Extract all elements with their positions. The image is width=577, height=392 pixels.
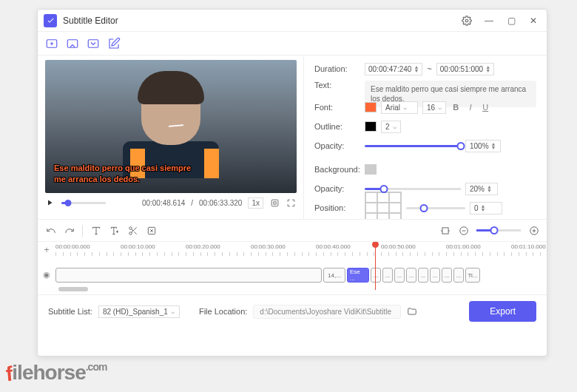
timeline-clip[interactable]: ... xyxy=(371,268,381,283)
visibility-icon[interactable]: ◉ xyxy=(43,270,50,280)
export-button[interactable]: Export xyxy=(469,301,536,322)
ruler-label: 00:00:10.000 xyxy=(121,243,155,250)
timeline-clip[interactable]: Ti... xyxy=(465,268,480,283)
font-color-swatch[interactable] xyxy=(365,102,377,112)
cut-icon[interactable] xyxy=(127,225,138,236)
timeline-clip[interactable]: ... xyxy=(406,268,416,283)
background-color-swatch[interactable] xyxy=(365,164,377,175)
minimize-button[interactable]: — xyxy=(482,13,496,28)
svg-point-6 xyxy=(129,226,132,229)
ruler-label: 00:00:40.000 xyxy=(316,243,351,250)
font-label: Font: xyxy=(314,103,360,112)
watermark: filehorse.com xyxy=(6,361,107,385)
toolbar xyxy=(38,32,547,55)
timeline-clip[interactable]: Ese ... xyxy=(347,268,369,283)
position-label: Position: xyxy=(314,203,360,212)
opacity-slider[interactable] xyxy=(365,145,461,147)
redo-icon[interactable] xyxy=(64,225,75,236)
italic-button[interactable]: I xyxy=(465,103,476,112)
file-location-label: File Location: xyxy=(199,307,247,316)
edit-icon[interactable] xyxy=(107,37,121,50)
ruler-label: 00:01:00.000 xyxy=(446,243,481,250)
import-video-icon[interactable] xyxy=(45,37,58,50)
timeline-clip[interactable]: ... xyxy=(442,268,452,283)
play-button[interactable] xyxy=(45,198,55,209)
duration-start-input[interactable]: 00:00:47:240▲▼ xyxy=(365,63,422,75)
undo-icon[interactable] xyxy=(45,225,56,236)
footer: Subtitle List: 82 (HD)_Spanish_1 File Lo… xyxy=(38,295,547,328)
close-button[interactable]: ✕ xyxy=(526,13,541,28)
background-label: Background: xyxy=(314,165,360,174)
opacity-input[interactable]: 100%▲▼ xyxy=(465,140,501,152)
add-plus-icon[interactable] xyxy=(109,225,120,236)
ruler-label: 00:00:30.000 xyxy=(251,243,286,250)
opacity-label: Opacity: xyxy=(314,141,360,150)
outline-color-swatch[interactable] xyxy=(365,121,377,132)
export-subtitle-icon[interactable] xyxy=(87,37,100,50)
app-icon xyxy=(44,14,57,27)
add-text-icon[interactable] xyxy=(90,225,101,236)
svg-rect-4 xyxy=(271,200,278,206)
playback-bar: 00:00:48.614 / 00:06:33.320 1x xyxy=(45,197,296,209)
horizontal-scrollbar[interactable] xyxy=(58,287,88,291)
zoom-in-icon[interactable] xyxy=(528,225,539,236)
timeline-body[interactable]: 00:00:00.00000:00:10.00000:00:20.00000:0… xyxy=(55,242,547,294)
timeline-clip[interactable]: ... xyxy=(418,268,428,283)
current-time: 00:00:48.614 xyxy=(142,199,185,207)
subtitle-list-label: Subtitle List: xyxy=(48,307,92,316)
position-grid[interactable] xyxy=(365,192,402,219)
total-time: 00:06:33.320 xyxy=(199,199,242,207)
outline-size-select[interactable]: 2 xyxy=(381,121,401,133)
app-window: Subtitle Editor — ▢ ✕ Ese maldito perro … xyxy=(37,9,547,356)
progress-slider[interactable] xyxy=(61,202,106,204)
timeline-clip[interactable]: 14,... xyxy=(323,268,345,283)
browse-folder-icon[interactable] xyxy=(407,306,417,317)
svg-rect-9 xyxy=(442,227,448,233)
maximize-button[interactable]: ▢ xyxy=(504,13,519,28)
ruler-label: 00:01:10.000 xyxy=(511,243,546,250)
file-location-input[interactable]: d:\Documents\Joyoshare VidiKit\Subtitle xyxy=(253,305,401,319)
timeline-ruler[interactable]: 00:00:00.00000:00:10.00000:00:20.00000:0… xyxy=(55,242,547,260)
snapshot-icon[interactable] xyxy=(269,198,280,209)
bg-opacity-input[interactable]: 20%▲▼ xyxy=(465,183,498,195)
add-track-icon[interactable]: + xyxy=(44,245,49,255)
main-area: Ese maldito perro que casi siempre me ar… xyxy=(38,55,547,220)
position-input[interactable]: 0▲▼ xyxy=(470,202,502,214)
video-preview[interactable]: Ese maldito perro que casi siempre me ar… xyxy=(45,60,297,193)
svg-point-7 xyxy=(129,232,132,234)
zoom-slider[interactable] xyxy=(476,229,521,232)
outline-label: Outline: xyxy=(314,122,360,131)
fullscreen-icon[interactable] xyxy=(286,198,296,209)
svg-point-0 xyxy=(465,19,468,22)
svg-rect-3 xyxy=(88,39,98,47)
bold-button[interactable]: B xyxy=(451,103,461,112)
svg-rect-2 xyxy=(67,39,78,47)
timeline-clip[interactable]: ... xyxy=(453,268,464,283)
subtitle-overlay: Ese maldito perro que casi siempre me ar… xyxy=(54,163,191,184)
bg-opacity-slider[interactable] xyxy=(365,188,461,190)
subtitle-list-select[interactable]: 82 (HD)_Spanish_1 xyxy=(98,305,180,318)
delete-icon[interactable] xyxy=(146,225,157,236)
text-label: Text: xyxy=(314,81,360,89)
timeline-clip[interactable] xyxy=(55,268,322,283)
timeline-clip[interactable]: ... xyxy=(430,268,440,283)
timeline-clip[interactable]: ... xyxy=(394,268,405,283)
speed-selector[interactable]: 1x xyxy=(248,197,263,209)
settings-icon[interactable] xyxy=(459,13,474,28)
fit-icon[interactable] xyxy=(439,225,451,236)
ruler-label: 00:00:50.000 xyxy=(381,243,416,250)
timeline-clip[interactable]: ... xyxy=(382,268,393,283)
duration-end-input[interactable]: 00:00:51:000▲▼ xyxy=(436,63,494,75)
playhead[interactable] xyxy=(375,242,376,290)
window-title: Subtitle Editor xyxy=(63,16,459,26)
zoom-out-icon[interactable] xyxy=(458,225,469,236)
subtitle-track[interactable]: 14,...Ese ...........................Ti.… xyxy=(55,267,539,283)
import-subtitle-icon[interactable] xyxy=(66,37,79,50)
svg-rect-5 xyxy=(273,202,275,204)
video-panel: Ese maldito perro que casi siempre me ar… xyxy=(38,55,304,219)
font-family-select[interactable]: Arial xyxy=(381,101,418,114)
ruler-label: 00:00:20.000 xyxy=(186,243,220,250)
font-size-select[interactable]: 16 xyxy=(422,101,446,114)
position-slider[interactable] xyxy=(406,207,465,209)
underline-button[interactable]: U xyxy=(480,103,490,112)
